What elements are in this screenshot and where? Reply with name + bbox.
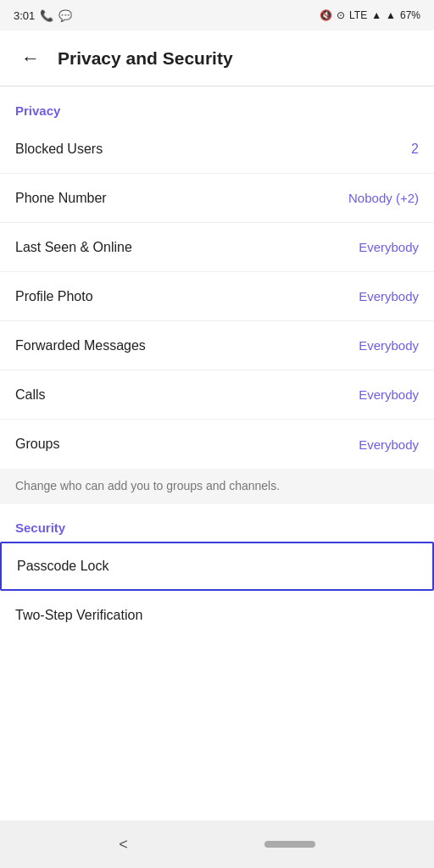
calls-value: Everybody — [359, 387, 419, 402]
forwarded-messages-row[interactable]: Forwarded Messages Everybody — [0, 321, 434, 370]
profile-photo-label: Profile Photo — [15, 289, 93, 304]
blocked-users-value: 2 — [411, 142, 419, 157]
app-bar: ← Privacy and Security — [0, 31, 434, 86]
profile-photo-row[interactable]: Profile Photo Everybody — [0, 272, 434, 321]
nav-home-pill[interactable] — [264, 841, 315, 848]
security-section-header: Security — [0, 504, 434, 542]
blocked-users-row[interactable]: Blocked Users 2 — [0, 125, 434, 174]
phone-icon: 📞 — [40, 9, 53, 22]
two-step-verification-label: Two-Step Verification — [15, 608, 142, 623]
last-seen-value: Everybody — [359, 240, 419, 254]
calls-label: Calls — [15, 387, 46, 403]
nav-back-button[interactable]: < — [119, 836, 128, 854]
last-seen-row[interactable]: Last Seen & Online Everybody — [0, 223, 434, 272]
calls-row[interactable]: Calls Everybody — [0, 370, 434, 420]
nav-bar: < — [0, 821, 434, 868]
network-label: LTE — [349, 9, 367, 21]
status-time: 3:01 — [14, 9, 35, 22]
phone-number-label: Phone Number — [15, 191, 107, 206]
passcode-lock-label: Passcode Lock — [17, 559, 109, 574]
forwarded-messages-label: Forwarded Messages — [15, 338, 146, 353]
groups-row[interactable]: Groups Everybody — [0, 420, 434, 469]
two-step-verification-row[interactable]: Two-Step Verification — [0, 591, 434, 640]
last-seen-label: Last Seen & Online — [15, 240, 132, 255]
messenger-icon: 💬 — [58, 9, 72, 22]
location-icon: ⊙ — [337, 9, 345, 21]
signal-icon: ▲ — [371, 9, 381, 21]
back-button[interactable]: ← — [14, 42, 47, 75]
status-bar: 3:01 📞 💬 🔇 ⊙ LTE ▲ ▲ 67% — [0, 0, 434, 31]
phone-number-value: Nobody (+2) — [348, 191, 419, 205]
blocked-users-label: Blocked Users — [15, 142, 103, 157]
mute-icon: 🔇 — [320, 9, 332, 21]
privacy-section-header: Privacy — [0, 86, 434, 125]
passcode-lock-row[interactable]: Passcode Lock — [0, 542, 434, 591]
phone-number-row[interactable]: Phone Number Nobody (+2) — [0, 174, 434, 223]
groups-value: Everybody — [359, 437, 419, 452]
forwarded-messages-value: Everybody — [359, 338, 419, 353]
security-section: Security Passcode Lock Two-Step Verifica… — [0, 504, 434, 640]
profile-photo-value: Everybody — [359, 289, 419, 303]
status-right: 🔇 ⊙ LTE ▲ ▲ 67% — [320, 9, 420, 21]
battery-label: 67% — [400, 9, 420, 21]
privacy-section: Privacy Blocked Users 2 Phone Number Nob… — [0, 86, 434, 504]
page-title: Privacy and Security — [58, 48, 233, 69]
status-left: 3:01 📞 💬 — [14, 9, 72, 22]
back-arrow-icon: ← — [21, 47, 40, 70]
groups-note: Change who can add you to groups and cha… — [0, 469, 434, 504]
wifi-icon: ▲ — [386, 9, 396, 21]
groups-label: Groups — [15, 437, 59, 452]
